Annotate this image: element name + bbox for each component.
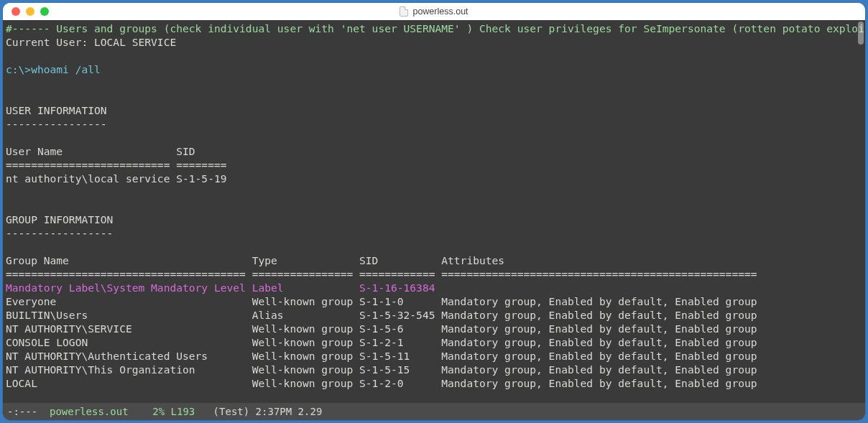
terminal-area: #------ Users and groups (check individu… [3, 20, 865, 420]
user-columns-eq: ========================== ======== [6, 159, 227, 171]
command-prompt: c:\>whoami /all [6, 63, 101, 75]
group-columns-eq: ====================================== =… [6, 268, 757, 280]
status-filename: powerless.out [44, 406, 134, 417]
titlebar: powerless.out [3, 3, 865, 20]
table-row: Everyone Well-known group S-1-1-0 Mandat… [6, 295, 757, 307]
table-row: CONSOLE LOGON Well-known group S-1-2-1 M… [6, 336, 757, 348]
scroll-thumb[interactable] [858, 22, 864, 45]
table-row: NT AUTHORITY\This Organization Well-know… [6, 363, 757, 376]
section-header: #------ Users and groups (check individu… [6, 22, 865, 34]
group-columns: Group Name Type SID Attributes [6, 254, 757, 266]
terminal-output[interactable]: #------ Users and groups (check individu… [3, 20, 865, 403]
group-info-dash: ----------------- [6, 227, 113, 239]
current-user-line: Current User: LOCAL SERVICE [6, 36, 176, 48]
user-row: nt authority\local service S-1-5-19 [6, 172, 227, 185]
table-row: Mandatory Label\System Mandatory Level L… [6, 282, 757, 294]
close-icon[interactable] [11, 7, 20, 16]
status-percent: 2% L193 [134, 406, 213, 417]
file-icon [400, 6, 408, 17]
status-left: -:--- [7, 406, 44, 417]
table-row: BUILTIN\Users Alias S-1-5-32-545 Mandato… [6, 309, 757, 321]
window: powerless.out #------ Users and groups (… [3, 3, 865, 420]
user-info-header: USER INFORMATION [6, 104, 107, 116]
minimize-icon[interactable] [26, 7, 34, 16]
group-info-header: GROUP INFORMATION [6, 213, 113, 226]
zoom-icon[interactable] [40, 7, 49, 16]
user-info-dash: ---------------- [6, 118, 107, 130]
scrollbar[interactable] [855, 20, 865, 403]
user-columns: User Name SID [6, 145, 227, 157]
status-rest: (Test) 2:37PM 2.29 [213, 406, 323, 417]
statusbar: -:--- powerless.out 2% L193 (Test) 2:37P… [3, 403, 865, 420]
table-row: NT AUTHORITY\Authenticated Users Well-kn… [6, 350, 757, 362]
window-title-text: powerless.out [412, 6, 468, 17]
table-row: NT AUTHORITY\SERVICE Well-known group S-… [6, 322, 757, 335]
window-title: powerless.out [3, 6, 865, 17]
traffic-lights [3, 7, 49, 16]
table-row: LOCAL Well-known group S-1-2-0 Mandatory… [6, 377, 757, 389]
